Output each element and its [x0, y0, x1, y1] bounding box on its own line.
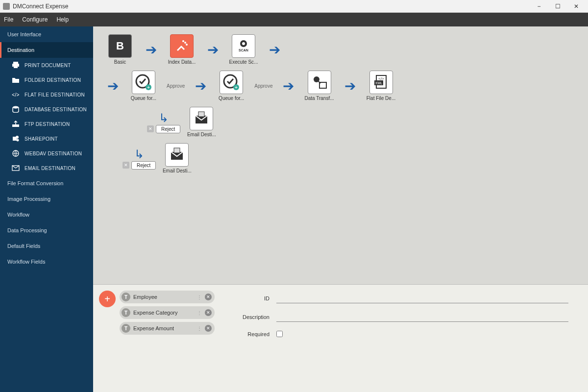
menu-configure[interactable]: Configure: [22, 16, 48, 23]
menu-help[interactable]: Help: [56, 16, 69, 23]
arrow-right-icon: ➔: [103, 78, 122, 94]
sidebar-item-label: FTP DESTINATION: [24, 122, 70, 127]
svg-point-14: [242, 42, 245, 45]
sidebar-item-label: PRINT DOCUMENT: [24, 63, 71, 68]
svg-point-7: [17, 139, 19, 142]
workflow-node-index-data[interactable]: Index Data...: [165, 34, 199, 65]
app-icon: [3, 3, 10, 10]
svg-point-10: [184, 42, 186, 44]
sidebar-item-email-destination[interactable]: EMAIL DESTINATION: [0, 161, 93, 175]
data-transfer-icon: [308, 71, 331, 94]
database-icon: [12, 106, 20, 113]
window-titlebar: DMConnect Expense − ☐ ✕: [0, 0, 588, 13]
arrow-right-icon: ➔: [203, 42, 222, 58]
arrow-down-right-icon: ↳: [159, 111, 169, 125]
svg-text:+: +: [147, 84, 150, 90]
arrow-right-icon: ➔: [141, 42, 161, 58]
svg-rect-4: [12, 124, 19, 127]
arrow-right-icon: ➔: [265, 42, 284, 58]
sharepoint-icon: [12, 135, 20, 142]
delete-field-button[interactable]: ✕: [205, 294, 212, 300]
sidebar-item-ftp-destination[interactable]: FTP DESTINATION: [0, 117, 93, 131]
sidebar-section-default-fields[interactable]: Default Fields: [0, 238, 93, 254]
workflow-node-flat-file[interactable]: XML</> Flat File De...: [364, 71, 398, 101]
delete-field-button[interactable]: ✕: [205, 309, 212, 316]
maximize-button[interactable]: ☐: [549, 1, 566, 12]
sidebar-item-database-destination[interactable]: DATABASE DESTINATION: [0, 102, 93, 117]
sidebar-item-webdav-destination[interactable]: WEBDAV DESTINATION: [0, 146, 93, 161]
email-destination-icon: [165, 143, 189, 167]
svg-rect-0: [13, 62, 18, 64]
menu-file[interactable]: File: [4, 16, 13, 23]
properties-panel: + T Employee ⋮ ✕ T Expense Category ⋮ ✕: [93, 284, 588, 392]
drag-handle-icon[interactable]: ⋮: [197, 294, 202, 300]
text-type-icon: T: [122, 293, 130, 301]
scan-icon: SCAN: [232, 34, 255, 58]
basic-icon: B: [108, 34, 132, 58]
arrow-right-icon: ➔: [191, 78, 210, 94]
field-item-employee[interactable]: T Employee ⋮ ✕: [120, 291, 215, 303]
svg-text:</>: </>: [378, 76, 384, 81]
arrow-down-right-icon: ↳: [134, 147, 144, 161]
sidebar-item-print-document[interactable]: PRINT DOCUMENT: [0, 58, 93, 73]
reject-button[interactable]: Reject: [131, 161, 156, 170]
sidebar-section-destination[interactable]: Destination: [0, 42, 93, 58]
sidebar-section-image-processing[interactable]: Image Processing: [0, 191, 93, 207]
reject-button[interactable]: Reject: [156, 125, 180, 133]
arrow-right-icon: ➔: [279, 78, 298, 94]
delete-field-button[interactable]: ✕: [205, 325, 212, 332]
sidebar: User Interface Destination PRINT DOCUMEN…: [0, 26, 93, 392]
workflow-node-queue-2[interactable]: + Queue for...: [214, 71, 248, 101]
workflow-node-data-transfer[interactable]: Data Transf...: [302, 71, 337, 101]
index-data-icon: [170, 34, 194, 58]
sidebar-item-sharepoint[interactable]: SHAREPOINT: [0, 131, 93, 146]
field-item-expense-category[interactable]: T Expense Category ⋮ ✕: [120, 306, 215, 319]
workflow-node-queue-1[interactable]: + Queue for...: [126, 71, 161, 101]
field-list: T Employee ⋮ ✕ T Expense Category ⋮ ✕ T …: [120, 291, 215, 335]
sidebar-item-folder-destination[interactable]: FOLDER DESTINATION: [0, 73, 93, 87]
svg-text:XML: XML: [375, 81, 382, 85]
id-input[interactable]: [276, 294, 568, 303]
field-item-expense-amount[interactable]: T Expense Amount ⋮ ✕: [120, 322, 215, 335]
text-type-icon: T: [122, 308, 130, 317]
xml-file-icon: XML</>: [369, 71, 393, 94]
window-title: DMConnect Expense: [13, 3, 68, 10]
sidebar-section-file-format[interactable]: File Format Conversion: [0, 175, 93, 191]
svg-point-6: [16, 136, 19, 139]
sidebar-section-data-processing[interactable]: Data Processing: [0, 222, 93, 238]
content-area: B Basic ➔ Index Data... ➔ SCAN Execute S…: [93, 26, 588, 392]
workflow-node-email-2[interactable]: Email Desti...: [160, 143, 194, 173]
sidebar-item-label: WEBDAV DESTINATION: [24, 151, 82, 156]
globe-icon: [12, 150, 20, 157]
close-button[interactable]: ✕: [567, 1, 585, 12]
workflow-node-execute-script[interactable]: SCAN Execute Sc...: [226, 34, 261, 65]
sidebar-item-flat-file-destination[interactable]: </> FLAT FILE DESTINATION: [0, 87, 93, 102]
ftp-icon: [12, 121, 20, 127]
close-icon[interactable]: ✕: [147, 125, 154, 132]
id-label: ID: [225, 295, 270, 301]
workflow-node-email-1[interactable]: Email Desti...: [184, 107, 219, 137]
minimize-button[interactable]: −: [530, 1, 548, 12]
svg-text:SCAN: SCAN: [239, 49, 248, 52]
sidebar-section-workflow-fields[interactable]: Workflow Fields: [0, 254, 93, 270]
text-type-icon: T: [122, 324, 130, 333]
printer-icon: [12, 62, 20, 69]
required-checkbox[interactable]: [276, 331, 283, 337]
sidebar-item-label: FOLDER DESTINATION: [24, 77, 81, 83]
queue-approve-icon: +: [132, 71, 155, 94]
workflow-node-basic[interactable]: B Basic: [103, 34, 137, 65]
sidebar-section-user-interface[interactable]: User Interface: [0, 26, 93, 42]
description-input[interactable]: [276, 312, 568, 322]
close-icon[interactable]: ✕: [122, 162, 129, 169]
arrow-right-icon: ➔: [341, 78, 360, 94]
svg-point-11: [186, 44, 188, 46]
sidebar-section-workflow[interactable]: Workflow: [0, 207, 93, 222]
add-field-button[interactable]: +: [99, 291, 116, 307]
drag-handle-icon[interactable]: ⋮: [197, 326, 202, 331]
code-icon: </>: [12, 91, 20, 98]
sidebar-item-label: DATABASE DESTINATION: [24, 107, 87, 112]
description-label: Description: [225, 314, 270, 320]
drag-handle-icon[interactable]: ⋮: [197, 310, 202, 316]
branch-label: Approve: [167, 83, 185, 89]
workflow-canvas[interactable]: B Basic ➔ Index Data... ➔ SCAN Execute S…: [93, 26, 588, 284]
